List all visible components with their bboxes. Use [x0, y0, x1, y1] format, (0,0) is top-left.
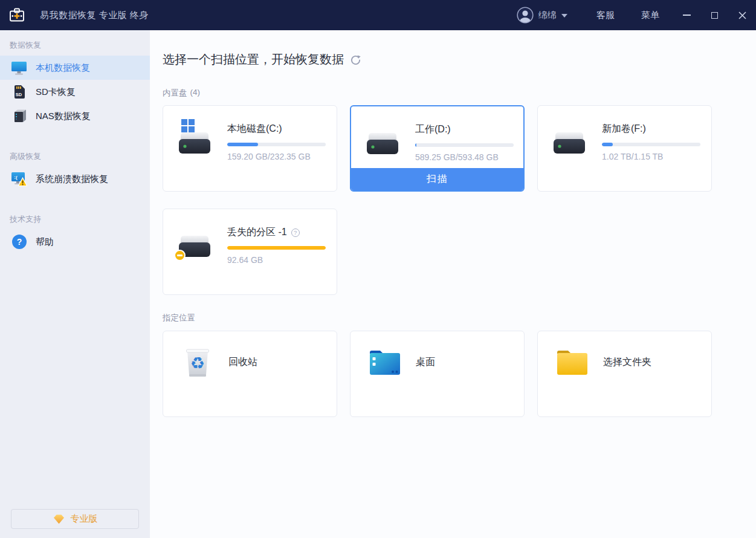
- capacity-bar-fill: [227, 143, 258, 146]
- maximize-icon: [711, 12, 718, 19]
- internal-disks-label: 内置盘: [163, 88, 187, 99]
- maximize-button[interactable]: [700, 0, 728, 30]
- desktop-folder-icon: [369, 345, 401, 380]
- drive-name: 丢失的分区 -1: [227, 226, 287, 239]
- sidebar-item-sd-recovery[interactable]: SD SD卡恢复: [0, 80, 150, 104]
- minimize-button[interactable]: [673, 0, 700, 30]
- location-label: 回收站: [228, 356, 257, 369]
- recycle-bin-icon: ♻: [181, 345, 214, 380]
- sidebar-section-data-recovery: 数据恢复: [0, 30, 150, 56]
- drive-capacity: 92.64 GB: [227, 255, 326, 265]
- monitor-icon: [11, 60, 27, 76]
- sidebar: 数据恢复 本机数据恢复 SD: [0, 30, 150, 538]
- crashed-system-icon: :(: [11, 171, 27, 187]
- hard-drive-icon: [552, 131, 586, 155]
- sd-card-icon: SD: [11, 84, 27, 100]
- main-content: 选择一个扫描位置，开始恢复数据 内置盘 (4): [150, 30, 756, 538]
- sidebar-item-crashed-system-recovery[interactable]: :( 系统崩溃数据恢复: [0, 167, 150, 191]
- capacity-bar-fill: [227, 246, 326, 250]
- close-icon: [738, 11, 746, 19]
- capacity-bar: [227, 246, 326, 250]
- svg-text:SD: SD: [15, 92, 22, 97]
- drive-name: 新加卷(F:): [602, 123, 700, 135]
- sidebar-item-label: 帮助: [36, 236, 54, 248]
- drive-capacity: 159.20 GB/232.35 GB: [227, 152, 326, 161]
- svg-text:♻: ♻: [190, 354, 205, 372]
- chevron-down-icon: [561, 14, 567, 18]
- windows-logo-icon: [181, 119, 195, 132]
- sidebar-item-nas-recovery[interactable]: NAS数据恢复: [0, 104, 150, 128]
- nas-server-icon: [11, 108, 27, 125]
- close-button[interactable]: [728, 0, 756, 30]
- capacity-bar: [602, 143, 700, 146]
- scan-button[interactable]: 扫描: [351, 168, 523, 190]
- user-menu[interactable]: 绵绵: [517, 7, 583, 24]
- edition-upgrade-button[interactable]: 专业版: [11, 509, 139, 529]
- location-card-choose-folder[interactable]: 选择文件夹: [537, 331, 712, 417]
- sidebar-item-label: SD卡恢复: [36, 86, 76, 98]
- app-toolbox-icon: [8, 7, 25, 23]
- sidebar-item-label: 本机数据恢复: [36, 62, 90, 74]
- sidebar-item-label: NAS数据恢复: [36, 111, 91, 122]
- diamond-icon: [53, 514, 65, 525]
- minimize-icon: [683, 15, 691, 16]
- svg-text:?: ?: [16, 237, 22, 247]
- drive-card-c[interactable]: 本地磁盘(C:) 159.20 GB/232.35 GB: [163, 105, 337, 192]
- capacity-bar: [415, 143, 514, 147]
- edition-label: 专业版: [71, 513, 98, 525]
- lost-partition-badge-icon: [174, 250, 186, 261]
- page-title: 选择一个扫描位置，开始恢复数据: [163, 51, 344, 68]
- drive-capacity: 1.02 TB/1.15 TB: [602, 152, 700, 161]
- refresh-icon: [350, 54, 361, 66]
- sidebar-section-advanced: 高级恢复: [0, 141, 150, 167]
- sidebar-item-local-recovery[interactable]: 本机数据恢复: [0, 56, 150, 80]
- capacity-bar: [227, 143, 326, 146]
- drive-name: 本地磁盘(C:): [227, 123, 326, 135]
- hard-drive-icon: [178, 131, 212, 155]
- yellow-folder-icon: [556, 345, 589, 380]
- user-name: 绵绵: [538, 10, 557, 21]
- location-label: 选择文件夹: [603, 356, 651, 369]
- question-circle-icon[interactable]: ?: [291, 228, 300, 237]
- capacity-bar-fill: [602, 143, 613, 146]
- location-card-recycle-bin[interactable]: ♻ 回收站: [163, 331, 337, 417]
- drive-card-d-selected[interactable]: 工作(D:) 589.25 GB/593.48 GB 扫描: [350, 105, 525, 192]
- locations-label: 指定位置: [163, 313, 195, 323]
- drive-card-f[interactable]: 新加卷(F:) 1.02 TB/1.15 TB: [537, 105, 712, 192]
- svg-text::(: :(: [14, 175, 18, 180]
- drive-capacity: 589.25 GB/593.48 GB: [415, 152, 514, 162]
- help-icon: ?: [11, 234, 27, 250]
- location-label: 桌面: [416, 356, 435, 369]
- drive-name: 工作(D:): [415, 123, 514, 136]
- drive-card-lost-partition[interactable]: 丢失的分区 -1 ? 92.64 GB: [163, 209, 337, 295]
- location-card-desktop[interactable]: 桌面: [350, 331, 525, 417]
- titlebar: 易我数据恢复 专业版 终身 绵绵 客服 菜单: [0, 0, 756, 30]
- sidebar-item-help[interactable]: ? 帮助: [0, 230, 150, 254]
- sidebar-section-support: 技术支持: [0, 204, 150, 230]
- user-avatar-icon: [517, 7, 534, 24]
- hard-drive-icon: [366, 132, 399, 156]
- refresh-button[interactable]: [350, 54, 361, 66]
- customer-service-button[interactable]: 客服: [583, 10, 628, 21]
- internal-disks-count: (4): [190, 88, 201, 99]
- sidebar-item-label: 系统崩溃数据恢复: [36, 173, 108, 185]
- capacity-bar-fill: [415, 143, 416, 147]
- menu-button[interactable]: 菜单: [628, 10, 673, 21]
- app-title: 易我数据恢复 专业版 终身: [40, 10, 149, 21]
